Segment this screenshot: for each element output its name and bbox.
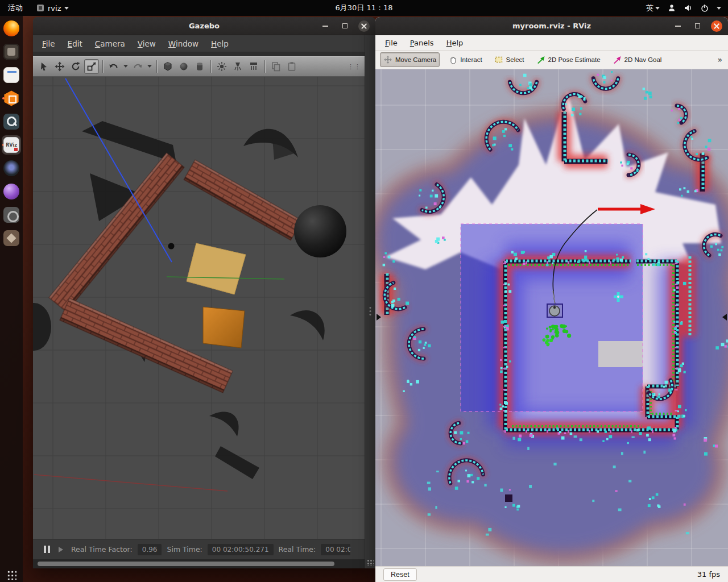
close-button[interactable] bbox=[711, 20, 722, 32]
dock-item-settings[interactable] bbox=[2, 205, 21, 225]
user-session-icon[interactable] bbox=[667, 3, 676, 13]
menu-view[interactable]: View bbox=[132, 37, 162, 51]
rotate-tool-icon[interactable] bbox=[68, 59, 83, 74]
paste-icon[interactable] bbox=[284, 59, 299, 74]
menu-panels[interactable]: Panels bbox=[405, 37, 439, 49]
maximize-button[interactable] bbox=[339, 20, 350, 32]
dock-item-screenshot[interactable] bbox=[2, 112, 21, 131]
dock-item-gazebo[interactable] bbox=[2, 89, 21, 108]
minimize-button[interactable] bbox=[672, 20, 684, 32]
redo-dropdown-icon[interactable] bbox=[146, 59, 153, 74]
menu-edit[interactable]: Edit bbox=[62, 37, 88, 51]
rviz-statusbar: Reset 31 fps bbox=[375, 566, 728, 582]
splitter-handle-icon[interactable] bbox=[370, 307, 371, 315]
rviz-tool-4[interactable]: 2D Nav Goal bbox=[609, 52, 665, 67]
undo-icon[interactable] bbox=[106, 59, 121, 74]
expand-right-panel-icon[interactable] bbox=[722, 314, 727, 321]
dock-item-rviz[interactable]: RViz bbox=[2, 135, 21, 155]
copy-icon[interactable] bbox=[268, 59, 283, 74]
rviz-window-title: myroom.rviz - RViz bbox=[512, 22, 591, 30]
rviz-tool-1[interactable]: Interact bbox=[445, 52, 485, 67]
expand-left-panel-icon[interactable] bbox=[377, 314, 381, 321]
close-icon bbox=[361, 23, 367, 29]
activities-button[interactable]: 活动 bbox=[0, 0, 31, 16]
dock-item-documents[interactable] bbox=[2, 65, 21, 85]
menu-file[interactable]: File bbox=[380, 37, 403, 49]
rviz-tool-2[interactable]: Select bbox=[491, 52, 528, 67]
dock-item-app10[interactable] bbox=[2, 228, 21, 248]
firefox-icon bbox=[3, 20, 19, 36]
rviz-app-icon bbox=[36, 4, 44, 12]
gazebo-3d-scene[interactable] bbox=[33, 77, 365, 539]
rviz-titlebar[interactable]: myroom.rviz - RViz bbox=[375, 17, 728, 35]
toolbar-overflow-chevron[interactable]: » bbox=[717, 55, 723, 64]
reset-button[interactable]: Reset bbox=[383, 568, 417, 581]
nav-goal-arrow-icon bbox=[613, 55, 622, 64]
dock-item-app2[interactable] bbox=[2, 42, 21, 61]
gazebo-panel-splitter[interactable] bbox=[365, 35, 375, 568]
gazebo-titlebar[interactable]: Gazebo bbox=[33, 17, 375, 35]
spot-light-icon[interactable] bbox=[230, 59, 245, 74]
directional-light-icon[interactable] bbox=[246, 59, 261, 74]
rtf-value: 0.96 bbox=[138, 544, 162, 555]
menu-camera[interactable]: Camera bbox=[89, 37, 131, 51]
translate-tool-icon[interactable] bbox=[52, 59, 67, 74]
dock-item-app7[interactable] bbox=[2, 159, 21, 178]
power-icon[interactable] bbox=[700, 3, 709, 13]
rviz-tool-3[interactable]: 2D Pose Estimate bbox=[533, 52, 604, 67]
rviz-map-scene[interactable] bbox=[375, 69, 728, 566]
select-box-icon bbox=[494, 55, 503, 64]
menu-window[interactable]: Window bbox=[163, 37, 204, 51]
lens-app-icon bbox=[3, 160, 19, 176]
close-button[interactable] bbox=[358, 20, 370, 32]
dock: RViz bbox=[0, 16, 23, 582]
redo-icon[interactable] bbox=[130, 59, 145, 74]
menu-file[interactable]: File bbox=[36, 37, 61, 51]
move-camera-icon bbox=[383, 55, 392, 64]
fps-counter: 31 fps bbox=[697, 570, 720, 579]
point-light-icon[interactable] bbox=[214, 59, 229, 74]
sim-time-value: 00 02:00:50.271 bbox=[208, 544, 274, 555]
app-indicator[interactable]: rviz bbox=[31, 0, 75, 16]
toolbar-overflow-icon[interactable]: ⋮⋮ bbox=[348, 63, 361, 70]
resize-grip-icon[interactable] bbox=[367, 559, 374, 566]
show-applications-button[interactable] bbox=[6, 569, 16, 580]
pause-button[interactable] bbox=[40, 543, 53, 556]
rviz-tool-0[interactable]: Move Camera bbox=[380, 52, 440, 67]
volume-icon[interactable] bbox=[684, 3, 693, 13]
gray-patch bbox=[598, 341, 643, 367]
step-button[interactable] bbox=[59, 547, 66, 552]
gazebo-gap bbox=[33, 52, 365, 56]
real-time-value: 00 02:0 bbox=[321, 544, 350, 555]
gazebo-horizontal-scrollbar[interactable] bbox=[33, 559, 365, 568]
system-menu-chevron-icon[interactable] bbox=[717, 7, 721, 12]
menu-help[interactable]: Help bbox=[441, 37, 469, 49]
gazebo-window: Gazebo File Edit Camera View Window Help bbox=[33, 17, 375, 568]
menu-help[interactable]: Help bbox=[205, 37, 234, 51]
gazebo-viewport[interactable] bbox=[33, 77, 365, 539]
maximize-button[interactable] bbox=[692, 20, 703, 32]
rviz-icon: RViz bbox=[3, 137, 19, 153]
insert-cylinder-icon[interactable] bbox=[192, 59, 207, 74]
gazebo-window-title: Gazebo bbox=[189, 22, 220, 30]
rviz-render-view[interactable] bbox=[375, 69, 728, 566]
rtf-label: Real Time Factor: bbox=[71, 545, 133, 554]
scale-tool-icon[interactable] bbox=[84, 59, 99, 74]
scrollbar-thumb[interactable] bbox=[38, 562, 334, 566]
dock-item-app8[interactable] bbox=[2, 182, 21, 201]
sphere-app-icon bbox=[3, 184, 19, 199]
toolbar-separator bbox=[156, 60, 157, 73]
insert-sphere-icon[interactable] bbox=[176, 59, 191, 74]
clock[interactable]: 6月30日 11：18 bbox=[329, 0, 398, 16]
gazebo-toolbar: ⋮⋮ bbox=[33, 56, 365, 77]
insert-box-icon[interactable] bbox=[160, 59, 175, 74]
input-method-indicator[interactable]: 英 bbox=[646, 3, 660, 13]
minimize-button[interactable] bbox=[320, 20, 331, 32]
select-tool-icon[interactable] bbox=[36, 59, 51, 74]
undo-dropdown-icon[interactable] bbox=[122, 59, 129, 74]
toolbar-separator bbox=[210, 60, 211, 73]
gear-icon bbox=[3, 207, 19, 223]
gazebo-icon bbox=[3, 90, 19, 106]
sim-time-label: Sim Time: bbox=[167, 545, 202, 554]
dock-item-firefox[interactable] bbox=[2, 19, 21, 38]
